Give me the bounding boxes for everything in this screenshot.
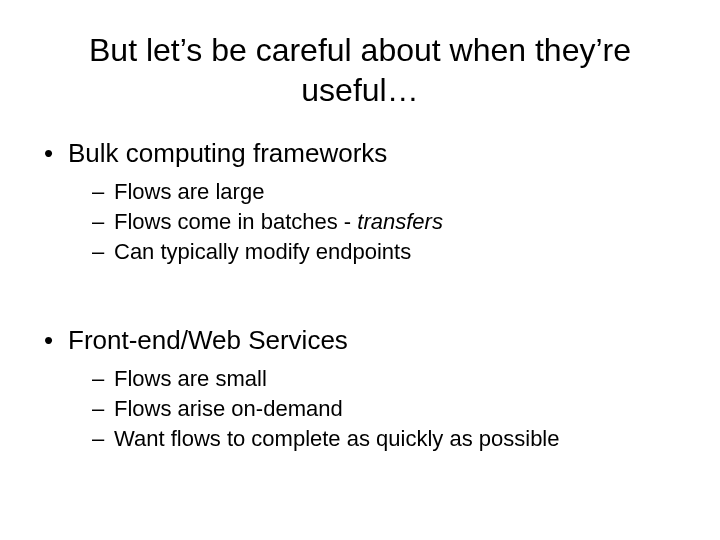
bullet-level2: Flows come in batches - transfers (40, 209, 680, 235)
bullet-level2: Can typically modify endpoints (40, 239, 680, 265)
spacer (40, 269, 680, 311)
bullet-text: Flows are large (114, 179, 264, 204)
bullet-emphasis: transfers (357, 209, 443, 234)
slide-title: But let’s be careful about when they’re … (80, 30, 640, 110)
bullet-text: Flows are small (114, 366, 267, 391)
bullet-level1: Bulk computing frameworks (40, 138, 680, 169)
bullet-level2: Want flows to complete as quickly as pos… (40, 426, 680, 452)
bullet-text: Flows arise on-demand (114, 396, 343, 421)
bullet-level2: Flows are large (40, 179, 680, 205)
bullet-text: Can typically modify endpoints (114, 239, 411, 264)
bullet-level1: Front-end/Web Services (40, 325, 680, 356)
bullet-text: Flows come in batches - (114, 209, 357, 234)
slide: But let’s be careful about when they’re … (0, 0, 720, 540)
bullet-text: Want flows to complete as quickly as pos… (114, 426, 560, 451)
bullet-level2: Flows arise on-demand (40, 396, 680, 422)
bullet-level2: Flows are small (40, 366, 680, 392)
